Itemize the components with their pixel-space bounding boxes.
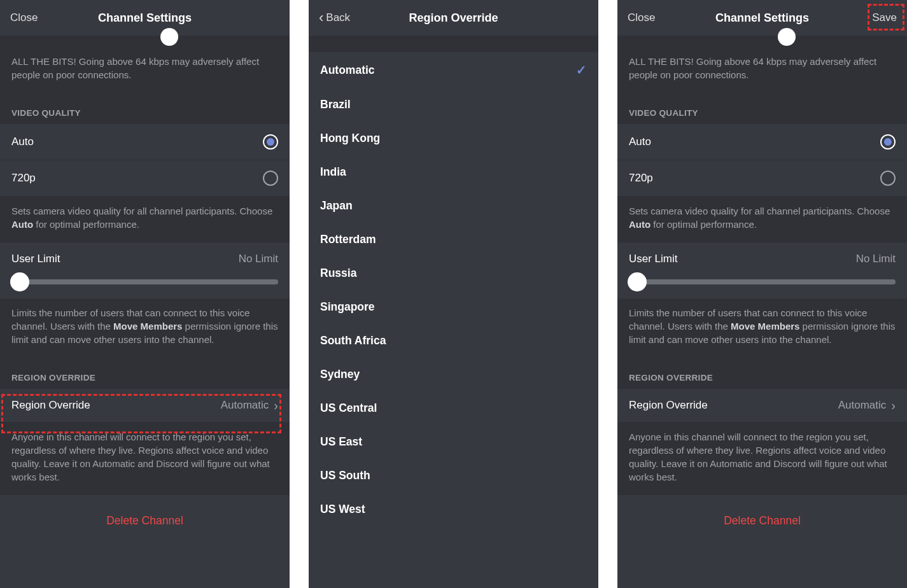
user-limit-help-text: Limits the number of users that can conn… bbox=[617, 298, 907, 358]
region-name: Automatic bbox=[320, 64, 375, 77]
section-header-video-quality: VIDEO QUALITY bbox=[617, 93, 907, 124]
radio-selected-icon bbox=[263, 134, 278, 150]
chevron-right-icon: › bbox=[274, 399, 278, 412]
content: ALL THE BITS! Going above 64 kbps may ad… bbox=[0, 36, 290, 588]
section-header-region-override: REGION OVERRIDE bbox=[617, 358, 907, 389]
region-name: South Africa bbox=[320, 334, 386, 347]
save-button[interactable]: Save bbox=[872, 11, 897, 24]
region-option[interactable]: India bbox=[309, 155, 598, 189]
region-override-value: Automatic bbox=[221, 399, 269, 412]
spacer bbox=[309, 36, 598, 52]
region-name: US Central bbox=[320, 402, 377, 415]
header-title: Channel Settings bbox=[98, 11, 192, 25]
content: ALL THE BITS! Going above 64 kbps may ad… bbox=[617, 36, 907, 588]
region-option[interactable]: Russia bbox=[309, 256, 598, 290]
header: Close Channel Settings Save bbox=[617, 0, 907, 36]
help-pre: Sets camera video quality for all channe… bbox=[629, 206, 890, 216]
region-option[interactable]: Brazil bbox=[309, 88, 598, 122]
slider-thumb-icon bbox=[778, 28, 796, 46]
region-name: Russia bbox=[320, 267, 356, 280]
help-strong: Auto bbox=[629, 219, 650, 230]
region-name: India bbox=[320, 165, 346, 179]
region-option[interactable]: Automatic✓ bbox=[309, 52, 598, 88]
region-override-help-text: Anyone in this channel will connect to t… bbox=[0, 423, 290, 495]
back-button[interactable]: ‹ Back bbox=[319, 11, 350, 25]
bitrate-slider-partial[interactable] bbox=[617, 36, 907, 47]
user-limit-label: User Limit bbox=[629, 253, 678, 265]
region-name: US East bbox=[320, 435, 362, 449]
region-override-row[interactable]: Region Override Automatic › bbox=[617, 389, 907, 423]
row-label: Auto bbox=[629, 136, 651, 148]
radio-unselected-icon bbox=[263, 171, 278, 186]
region-option[interactable]: Singapore bbox=[309, 290, 598, 324]
region-option[interactable]: Rotterdam bbox=[309, 223, 598, 256]
region-name: Brazil bbox=[320, 98, 351, 111]
header-title: Region Override bbox=[409, 11, 498, 25]
row-label: Region Override bbox=[11, 399, 90, 412]
region-option[interactable]: Hong Kong bbox=[309, 122, 598, 155]
video-quality-auto-row[interactable]: Auto bbox=[0, 124, 290, 160]
delete-channel-button[interactable]: Delete Channel bbox=[0, 503, 290, 539]
bitrate-slider-partial[interactable] bbox=[0, 36, 290, 47]
slider-thumb-icon bbox=[10, 272, 29, 291]
user-limit-value: No Limit bbox=[856, 253, 896, 265]
region-list: Automatic✓BrazilHong KongIndiaJapanRotte… bbox=[309, 52, 598, 526]
row-label: 720p bbox=[629, 172, 653, 185]
region-option[interactable]: Sydney bbox=[309, 358, 598, 391]
back-label: Back bbox=[326, 11, 350, 24]
header-title: Channel Settings bbox=[715, 11, 809, 25]
close-button[interactable]: Close bbox=[628, 11, 655, 24]
slider-thumb-icon bbox=[628, 272, 647, 291]
radio-unselected-icon bbox=[880, 171, 896, 186]
video-quality-720p-row[interactable]: 720p bbox=[617, 160, 907, 197]
user-limit-help-text: Limits the number of users that can conn… bbox=[0, 298, 290, 358]
region-name: Singapore bbox=[320, 300, 375, 314]
user-limit-value: No Limit bbox=[239, 253, 278, 265]
user-limit-slider[interactable] bbox=[629, 279, 896, 284]
region-name: US West bbox=[320, 503, 365, 516]
video-quality-help-text: Sets camera video quality for all channe… bbox=[617, 197, 907, 242]
section-header-region-override: REGION OVERRIDE bbox=[0, 358, 290, 389]
user-limit-slider[interactable] bbox=[11, 279, 278, 284]
video-quality-720p-row[interactable]: 720p bbox=[0, 160, 290, 197]
chevron-right-icon: › bbox=[891, 399, 896, 412]
video-quality-help-text: Sets camera video quality for all channe… bbox=[0, 197, 290, 242]
user-limit-section: User Limit No Limit bbox=[617, 242, 907, 298]
chevron-left-icon: ‹ bbox=[319, 11, 323, 25]
header: Close Channel Settings bbox=[0, 0, 290, 36]
panel-channel-settings-1: Close Channel Settings ALL THE BITS! Goi… bbox=[0, 0, 290, 588]
region-name: Rotterdam bbox=[320, 233, 376, 246]
region-option[interactable]: US West bbox=[309, 493, 598, 526]
help-strong: Move Members bbox=[731, 321, 799, 332]
region-override-row[interactable]: Region Override Automatic › bbox=[0, 389, 290, 423]
help-pre: Sets camera video quality for all channe… bbox=[11, 206, 272, 216]
region-option[interactable]: South Africa bbox=[309, 324, 598, 358]
radio-selected-icon bbox=[880, 134, 896, 150]
bitrate-help-text: ALL THE BITS! Going above 64 kbps may ad… bbox=[617, 47, 907, 93]
header: ‹ Back Region Override bbox=[309, 0, 598, 36]
region-override-value: Automatic bbox=[838, 399, 887, 412]
region-name: Japan bbox=[320, 199, 353, 213]
delete-channel-button[interactable]: Delete Channel bbox=[617, 503, 907, 539]
video-quality-auto-row[interactable]: Auto bbox=[617, 124, 907, 160]
region-option[interactable]: US Central bbox=[309, 391, 598, 425]
help-strong: Auto bbox=[11, 219, 33, 230]
region-name: US South bbox=[320, 469, 370, 482]
row-label: Region Override bbox=[629, 399, 708, 412]
panel-channel-settings-2: Close Channel Settings Save ALL THE BITS… bbox=[617, 0, 907, 588]
region-option[interactable]: US South bbox=[309, 459, 598, 493]
panel-region-override: ‹ Back Region Override Automatic✓BrazilH… bbox=[309, 0, 598, 588]
help-post: for optimal performance. bbox=[650, 219, 757, 230]
help-post: for optimal performance. bbox=[33, 219, 139, 230]
row-label: Auto bbox=[11, 136, 34, 148]
bitrate-help-text: ALL THE BITS! Going above 64 kbps may ad… bbox=[0, 47, 290, 93]
region-option[interactable]: US East bbox=[309, 425, 598, 459]
region-option[interactable]: Japan bbox=[309, 189, 598, 223]
user-limit-section: User Limit No Limit bbox=[0, 242, 290, 298]
region-override-help-text: Anyone in this channel will connect to t… bbox=[617, 423, 907, 495]
slider-thumb-icon bbox=[160, 28, 178, 46]
content: Automatic✓BrazilHong KongIndiaJapanRotte… bbox=[309, 36, 598, 588]
close-button[interactable]: Close bbox=[10, 11, 38, 24]
user-limit-label: User Limit bbox=[11, 253, 60, 265]
help-strong: Move Members bbox=[113, 321, 182, 332]
